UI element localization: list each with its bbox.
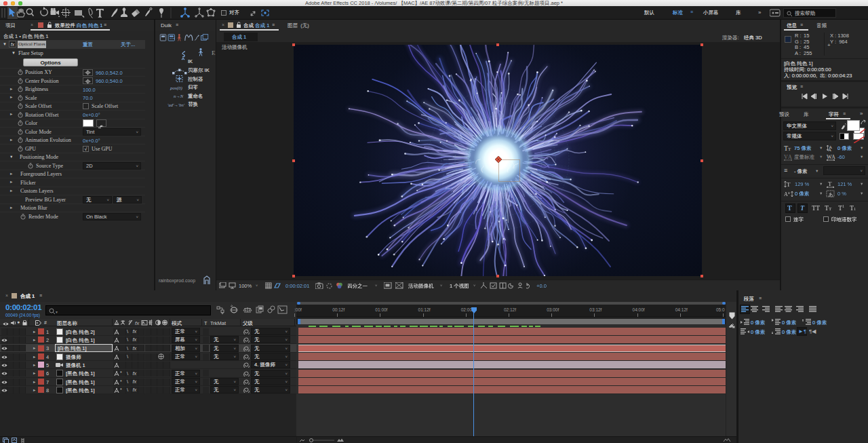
svg-text:T: T xyxy=(828,180,832,187)
svg-text:A: A xyxy=(831,154,835,160)
svg-text:fx: fx xyxy=(135,320,140,326)
svg-text:T: T xyxy=(787,181,791,188)
svg-text:pos(0): pos(0) xyxy=(170,85,183,91)
svg-text:a: a xyxy=(788,191,790,195)
svg-text:n→N: n→N xyxy=(174,94,184,98)
svg-text:'ad'→'bn': 'ad'→'bn' xyxy=(167,102,185,107)
svg-text:あ: あ xyxy=(829,192,833,197)
svg-text:A: A xyxy=(788,154,792,160)
svg-text:T: T xyxy=(788,147,791,151)
